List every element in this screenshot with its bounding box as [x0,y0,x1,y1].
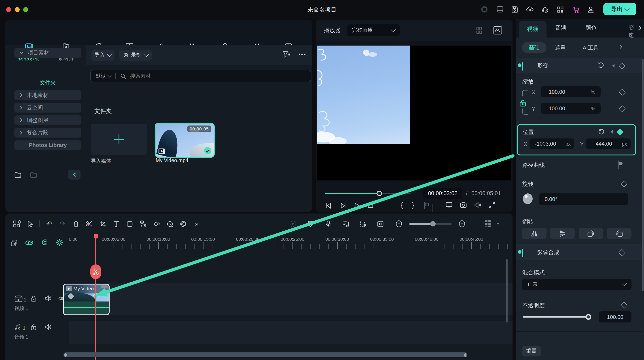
rotate-keyframe-icon[interactable] [620,180,628,187]
audio-mixer-icon[interactable] [339,220,352,227]
clip-keyframe-icon[interactable] [356,220,370,227]
undo-icon[interactable]: ↶ [42,220,56,228]
account-icon[interactable] [587,5,595,13]
previous-keyframe-icon[interactable] [612,64,614,67]
media-clip-thumbnail[interactable]: 00:00:05 [155,123,215,158]
subtab-mask[interactable]: 遮罩 [555,44,566,52]
new-folder-icon[interactable] [14,172,22,178]
search-scope-dropdown[interactable]: 默认 [96,73,111,79]
scale-lock-icon[interactable] [519,99,526,107]
scale-x-keyframe-icon[interactable] [619,89,626,96]
rotate-cw-button[interactable] [579,228,603,239]
import-media-tile[interactable] [91,124,147,155]
sidebar-item-folder-selected[interactable]: 文件夹 [14,79,82,87]
sidebar-item-local-media[interactable]: 本地素材 [14,90,82,100]
stop-button[interactable] [368,202,374,208]
fit-timeline-icon[interactable] [374,220,387,227]
save-icon[interactable] [511,5,519,13]
mirror-display-button[interactable] [446,202,453,209]
quality-dropdown[interactable]: 完整画质 [347,24,400,36]
seek-handle[interactable] [376,191,382,196]
path-curve-toggle[interactable] [618,160,618,169]
transform-keyframe-icon[interactable] [618,62,625,69]
video-track-mute-icon[interactable] [45,295,52,302]
tab-speed-clipped[interactable]: 变速 [628,24,637,39]
flip-vertical-button[interactable] [550,228,575,239]
timeline-ruler[interactable]: 00:00:00 00:00:05:00 00:00:10:00 00:00:1… [69,237,512,249]
play-button[interactable] [354,202,360,209]
speech-to-text-icon[interactable] [136,220,150,227]
tab-audio-settings[interactable]: 音频 [555,24,566,32]
paste-attributes-icon[interactable] [11,239,18,247]
transform-toggle[interactable] [522,62,523,71]
cart-icon[interactable] [572,5,580,13]
subtabs-overflow-chevron[interactable] [620,45,622,49]
rotate-knob[interactable] [522,193,533,204]
delete-folder-icon[interactable] [30,172,38,178]
timeline-clip[interactable]: My Video [63,284,110,315]
horizontal-scrollbar[interactable] [64,353,467,357]
speed-icon[interactable] [163,220,177,227]
color-palette-icon[interactable] [177,220,190,227]
rotate-ccw-button[interactable] [607,228,632,239]
position-x-input[interactable]: -1003.00px [530,139,574,149]
previous-keyframe-icon[interactable] [610,130,613,134]
delete-icon[interactable] [69,220,83,227]
support-headset-icon[interactable] [541,5,549,13]
voiceover-mic-icon[interactable] [322,220,335,227]
tab-video[interactable]: 视频 [519,21,546,37]
scale-y-keyframe-icon[interactable] [619,105,626,112]
sidebar-item-project-media[interactable]: 项目素材 [14,48,82,58]
zoom-out-icon[interactable] [392,220,406,227]
reset-button[interactable]: 重置 [522,346,541,357]
search-bar[interactable]: 默认 [90,70,311,82]
collapse-sidebar-button[interactable] [68,170,80,180]
position-y-input[interactable]: 444.00px [586,139,630,149]
scrollbar-right-handle[interactable] [464,353,466,357]
split-icon[interactable] [83,220,96,227]
record-button[interactable]: 录制 [119,50,152,61]
redo-icon[interactable]: ↷ [56,220,69,228]
flip-horizontal-button[interactable] [522,228,546,239]
marker-icon[interactable] [304,220,317,227]
keyframe-snap-icon[interactable] [56,238,64,247]
export-button[interactable]: 导出 [603,3,636,15]
audio-track-lock-icon[interactable] [30,324,37,331]
audio-track-lane[interactable] [69,321,512,344]
preview-canvas[interactable] [317,45,511,180]
link-clips-icon[interactable] [25,239,34,246]
sidebar-item-photos-library[interactable]: Photos Library [14,140,82,150]
previous-frame-button[interactable] [326,202,332,209]
zoom-slider-handle[interactable] [430,221,436,226]
timeline-vertical-scrollbar[interactable] [506,259,508,323]
audio-track-mute-icon[interactable] [45,324,52,330]
current-timecode[interactable]: 00:00:03:02 [423,188,462,199]
opacity-input[interactable]: 100.00 [599,311,632,323]
sidebar-item-cloud-space[interactable]: 云空间 [14,103,82,113]
multiview-icon[interactable] [476,26,485,35]
timeline-zoom-slider[interactable] [409,223,452,224]
seek-bar[interactable] [325,193,410,194]
track-manager-icon[interactable] [481,220,495,228]
reset-transform-icon[interactable] [598,62,604,68]
render-preview-icon[interactable] [286,220,300,227]
snapshot-button[interactable] [460,202,467,208]
select-tool-icon[interactable] [23,220,37,227]
subtab-basic[interactable]: 基础 [522,42,546,53]
volume-button[interactable] [474,202,481,208]
cloud-sync-icon[interactable] [526,5,534,13]
sidebar-item-compound-clip[interactable]: 复合片段 [14,128,82,138]
subtab-ai-tools[interactable]: AI工具 [583,44,598,52]
apps-grid-icon[interactable] [556,5,564,13]
playhead-line[interactable] [95,236,96,360]
crop-icon[interactable] [96,220,110,227]
layout-panel-icon[interactable] [496,5,504,13]
tabs-overflow-chevron[interactable] [638,25,641,30]
search-input[interactable] [129,73,265,79]
tab-color[interactable]: 颜色 [586,24,596,32]
magnet-snap-icon[interactable] [40,239,48,246]
next-frame-button[interactable] [340,202,346,209]
scale-x-input[interactable]: 100.00% [541,86,600,97]
sidebar-item-adjustment-layer[interactable]: 调整图层 [14,115,82,125]
mask-tool-icon[interactable] [123,220,136,227]
